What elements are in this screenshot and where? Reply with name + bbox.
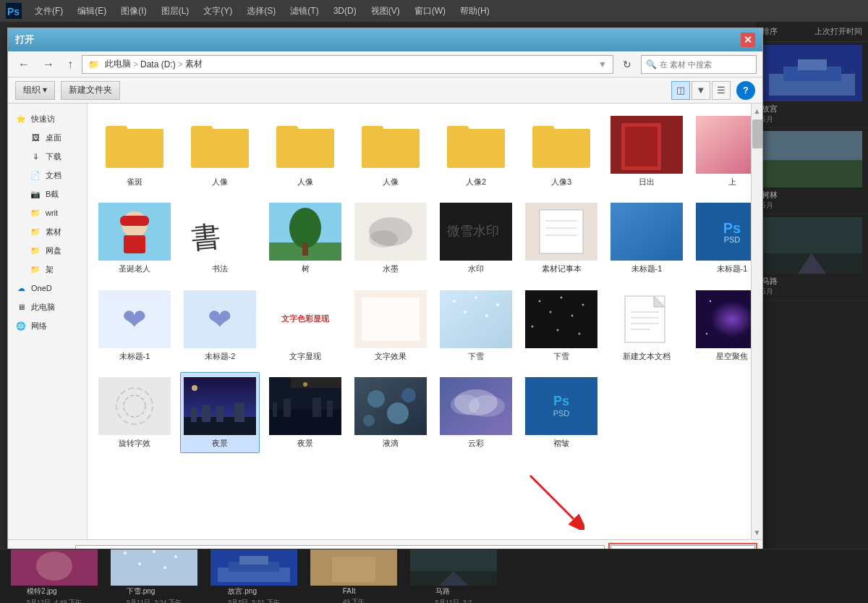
sidebar-item-sucai[interactable]: 📁 素材 [22,222,87,241]
taskbar-label-model2: 模特2.jpg [27,587,57,595]
file-item-galaxy[interactable]: 星空聚焦 [692,285,751,366]
file-item-cloud[interactable]: 云彩 [436,372,516,453]
sidebar-item-network[interactable]: 🌐 网络 [8,316,87,335]
menu-image[interactable]: 图像(I) [115,2,152,20]
breadcrumb-drive[interactable]: Data (D:) [140,59,176,69]
file-item-spinner[interactable]: 旋转字效 [95,372,174,453]
file-item-queban[interactable]: 雀斑 [95,111,174,192]
sidebar-item-jia[interactable]: 📁 架 [22,260,87,279]
folder-yellow2-icon: 📁 [30,226,41,237]
menu-help[interactable]: 帮助(H) [454,2,495,20]
file-item-renxiang1[interactable]: 人像 [180,111,260,192]
forward-button[interactable]: → [38,56,59,73]
back-button[interactable]: ← [14,56,34,73]
sidebar-item-download[interactable]: ⇓ 下载 [22,147,87,166]
file-item-newdoc[interactable]: 新建文本文档 [607,285,686,366]
file-item-ink[interactable]: 水墨 [351,198,430,279]
up-button[interactable]: ↑ [63,56,77,73]
help-button[interactable]: ? [736,81,755,100]
search-input[interactable] [660,60,752,69]
svg-point-54 [496,303,499,306]
menu-layer[interactable]: 图层(L) [156,2,195,20]
file-item-untitled2-heart[interactable]: ❤ 未标题-2 [180,285,260,366]
svg-point-98 [367,390,385,408]
scroll-down-button[interactable]: ▼ [752,525,762,539]
file-item-shang[interactable]: 上 [692,111,751,192]
vertical-scrollbar[interactable]: ▲ ▼ [751,104,762,539]
address-toolbar: ← → ↑ 📁 此电脑 > Data (D:) > 素材 ▼ ↻ 🔍 [8,51,762,77]
refresh-button[interactable]: ↻ [618,55,637,74]
menu-3d[interactable]: 3D(D) [328,3,362,19]
file-item-renxiang3[interactable]: 人像 [351,111,430,192]
scroll-up-button[interactable]: ▲ [752,104,762,118]
menu-text[interactable]: 文字(Y) [197,2,238,20]
menu-select[interactable]: 选择(S) [241,2,281,20]
sidebar-item-onedrive[interactable]: ☁ OneD [8,279,87,298]
sidebar-item-quickaccess[interactable]: ⭐ 快速访 [8,109,87,128]
svg-point-113 [174,555,177,558]
file-item-untitled1-psd[interactable]: Ps PSD 未标题-1 [692,198,751,279]
address-dropdown-icon[interactable]: ▼ [598,59,607,69]
scroll-thumb[interactable] [752,119,762,148]
file-name-calligraphy: 书法 [212,263,228,274]
view-icon-dropdown[interactable]: ▼ [692,81,710,100]
view-icon-details[interactable]: ☰ [712,81,731,100]
file-item-renxiang2b[interactable]: 人像2 [436,111,516,192]
sidebar-item-thispc[interactable]: 🖥 此电脑 [8,298,87,316]
sort-label: 排序 [762,26,778,37]
file-item-untitled1-heart[interactable]: ❤ 未标题-1 [95,285,174,366]
search-box[interactable]: 🔍 [641,55,757,74]
taskbar-item-road[interactable]: 马路 5月11日, 3:2 [407,549,501,603]
file-item-calligraphy[interactable]: 書 书法 [180,198,260,279]
svg-point-111 [124,552,127,554]
recent-item-forest[interactable]: 树林 5月 [756,128,868,214]
dialog-close-button[interactable]: ✕ [741,33,755,47]
svg-rect-16 [276,126,298,133]
file-item-notepad[interactable]: 素材记事本 [522,198,601,279]
new-folder-button[interactable]: 新建文件夹 [61,81,120,100]
file-item-untitled1-img[interactable]: 未标题-1 [607,198,686,279]
file-item-snow-dark[interactable]: 下雪 [522,285,601,366]
sidebar-item-screenshot[interactable]: 📷 B截 [22,185,87,203]
file-item-drops[interactable]: 液滴 [351,372,430,453]
taskbar-item-gugong[interactable]: 故宫.png 5月5日, 5:51 下午 [207,549,301,603]
file-item-snow[interactable]: 下雪 [436,285,516,366]
organize-button[interactable]: 组织 ▾ [15,81,55,100]
file-item-nightscape2[interactable]: 夜景 [265,372,345,453]
view-icon-grid[interactable]: ◫ [671,81,690,100]
file-item-richule[interactable]: 日出 [607,111,686,192]
menu-window[interactable]: 窗口(W) [409,2,451,20]
file-area-wrapper: 雀斑 人像 [88,104,762,539]
file-name-renxiang1: 人像 [212,177,228,187]
recent-item-gugong[interactable]: 故宫 5月 [756,42,868,128]
menu-filter[interactable]: 滤镜(T) [284,2,324,20]
sidebar-item-docs[interactable]: 📄 文档 [22,166,87,185]
svg-rect-21 [532,129,590,168]
menu-view[interactable]: 视图(V) [365,2,406,20]
svg-text:Ps: Ps [7,6,20,17]
menu-edit[interactable]: 编辑(E) [72,2,112,20]
file-item-tree[interactable]: 树 [265,198,345,279]
file-item-santa[interactable]: 圣诞老人 [95,198,174,279]
file-item-texteffect[interactable]: 文字效果 [351,285,430,366]
svg-text:微雪水印: 微雪水印 [447,224,499,238]
menu-file[interactable]: 文件(F) [29,2,69,20]
file-item-watermark[interactable]: 微雪水印 水印 [436,198,516,279]
sidebar-item-desktop[interactable]: 🖼 桌面 [22,128,87,147]
file-item-renxiang2[interactable]: 人像 [265,111,345,192]
sidebar-item-writ[interactable]: 📁 writ [22,203,87,222]
file-item-renxiang3b[interactable]: 人像3 [522,111,601,192]
taskbar-item-snow[interactable]: 下雪.png 5月11日, 3:24 下午 [107,549,201,603]
sidebar-item-wangpan[interactable]: 📁 网盘 [22,241,87,260]
file-item-textshow[interactable]: 文字色彩显现 文字显现 [265,285,345,366]
svg-point-115 [163,566,166,569]
file-item-zhezou-psd[interactable]: Ps PSD 褶皱 [522,372,601,453]
recent-item-road[interactable]: 马路 5月 [756,214,868,300]
svg-rect-37 [302,243,308,256]
address-bar[interactable]: 📁 此电脑 > Data (D:) > 素材 ▼ [82,55,613,74]
breadcrumb-folder[interactable]: 素材 [185,58,203,70]
file-item-nightscape-selected[interactable]: 夜景 [180,372,260,453]
taskbar-item-fait[interactable]: FAIt 49 下午 [307,549,401,603]
breadcrumb-computer[interactable]: 此电脑 [105,58,131,70]
taskbar-item-model2[interactable]: 模特2.jpg 5月12日, 4:49 下午 [7,549,101,603]
